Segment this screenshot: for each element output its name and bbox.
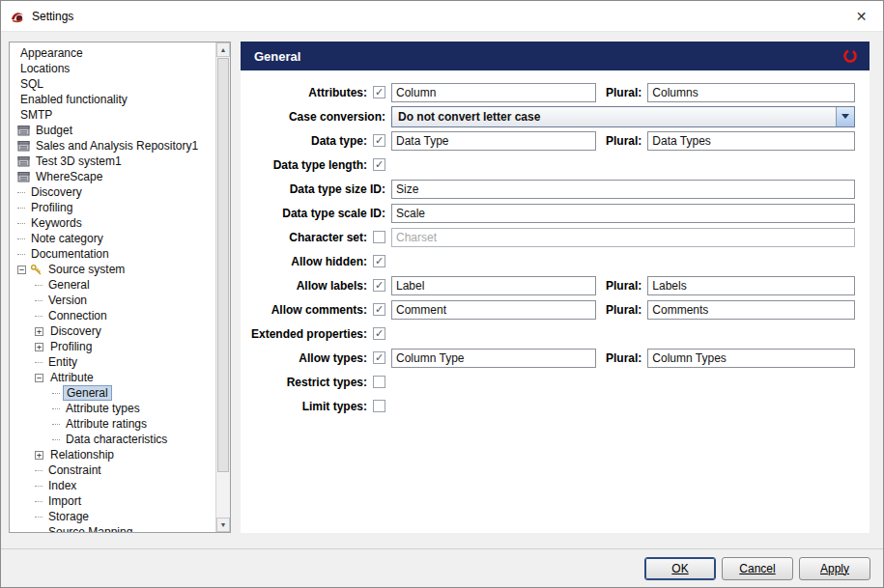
red-ring-icon <box>842 48 858 64</box>
data-type-plural-input[interactable] <box>647 131 855 151</box>
tree-item-label: SQL <box>17 76 46 92</box>
tree-item-smtp[interactable]: SMTP <box>10 107 215 123</box>
tree-connector <box>17 223 25 224</box>
tree-item-sql[interactable]: SQL <box>10 76 215 92</box>
tree-item-label: Test 3D system1 <box>33 154 125 169</box>
tree-item-general[interactable]: General <box>10 277 215 293</box>
content-panel: General Attributes:Plural:Case conversio… <box>241 42 870 533</box>
tree-item-label: Appearance <box>17 45 86 61</box>
expand-toggle-icon[interactable]: + <box>35 343 43 351</box>
limit-types-checkbox[interactable] <box>373 400 385 412</box>
allow-comments-input[interactable] <box>391 300 596 320</box>
expand-toggle-icon[interactable]: + <box>35 327 43 336</box>
data-type-checkbox[interactable] <box>373 134 385 147</box>
tree-connector <box>35 362 43 363</box>
scroll-up-icon[interactable]: ▲ <box>216 42 230 57</box>
tree-item-source-mapping[interactable]: Source Mapping <box>10 524 215 532</box>
tree-item-import[interactable]: Import <box>10 493 215 509</box>
tree-item-general[interactable]: General <box>10 385 215 401</box>
data-type-length-checkbox[interactable] <box>373 158 385 171</box>
tree-item-enabled-functionality[interactable]: Enabled functionality <box>10 92 215 107</box>
settings-tree: AppearanceLocationsSQLEnabled functional… <box>10 42 215 532</box>
tree-item-connection[interactable]: Connection <box>10 308 215 323</box>
tree-connector <box>17 192 25 193</box>
chevron-down-icon[interactable] <box>836 107 854 126</box>
tree-item-attribute-ratings[interactable]: Attribute ratings <box>10 416 215 432</box>
tree-item-label: Discovery <box>47 323 104 339</box>
tree-item-sales-and-analysis-repository1[interactable]: Sales and Analysis Repository1 <box>10 138 215 154</box>
tree-item-entity[interactable]: Entity <box>10 354 215 370</box>
tree-item-label: Source Mapping <box>45 524 135 532</box>
dialog-body: AppearanceLocationsSQLEnabled functional… <box>1 32 883 548</box>
tree-item-storage[interactable]: Storage <box>10 509 215 524</box>
scroll-thumb[interactable] <box>217 58 229 472</box>
field-label: Allow hidden: <box>291 255 367 268</box>
field-label: Allow labels: <box>297 279 367 293</box>
apply-button[interactable]: Apply <box>799 557 870 580</box>
tree-item-test-3d-system1[interactable]: Test 3D system1 <box>10 154 215 169</box>
data-type-scale-id-input[interactable] <box>391 204 855 223</box>
allow-hidden-checkbox[interactable] <box>373 255 385 267</box>
field-label: Data type size ID: <box>290 182 385 196</box>
attributes-plural-input[interactable] <box>647 83 855 102</box>
allow-comments-checkbox[interactable] <box>373 303 385 316</box>
scroll-down-icon[interactable]: ▼ <box>216 518 230 532</box>
tree-item-version[interactable]: Version <box>10 293 215 308</box>
character-set-checkbox[interactable] <box>373 231 385 243</box>
tree-item-data-characteristics[interactable]: Data characteristics <box>10 432 215 447</box>
field-label: Character set: <box>289 231 367 244</box>
extended-properties-checkbox[interactable] <box>373 327 385 340</box>
plural-label: Plural: <box>606 279 642 293</box>
repository-icon <box>17 140 30 152</box>
field-label: Data type scale ID: <box>282 207 385 220</box>
tree-item-label: SMTP <box>17 107 55 123</box>
tree-item-appearance[interactable]: Appearance <box>10 45 215 61</box>
collapse-toggle-icon[interactable]: − <box>17 266 26 274</box>
form-row-allow-comments: Allow comments:Plural: <box>241 297 870 322</box>
allow-labels-checkbox[interactable] <box>373 279 385 292</box>
tree-item-locations[interactable]: Locations <box>10 61 215 76</box>
allow-types-plural-input[interactable] <box>647 349 855 368</box>
data-type-input[interactable] <box>391 131 596 151</box>
allow-comments-plural-input[interactable] <box>647 300 855 320</box>
ok-button[interactable]: OK <box>644 557 716 580</box>
restrict-types-checkbox[interactable] <box>373 376 385 388</box>
tree-item-attribute[interactable]: −Attribute <box>10 370 215 385</box>
tree-item-attribute-types[interactable]: Attribute types <box>10 401 215 416</box>
form-row-case-conversion: Case conversion:Do not convert letter ca… <box>241 104 870 128</box>
collapse-toggle-icon[interactable]: − <box>35 374 43 382</box>
section-header: General <box>241 42 870 70</box>
allow-types-checkbox[interactable] <box>373 351 385 364</box>
tree-item-constraint[interactable]: Constraint <box>10 462 215 478</box>
combo-selected-value: Do not convert letter case <box>392 110 836 124</box>
tree-item-keywords[interactable]: Keywords <box>10 215 215 231</box>
form-row-limit-types: Limit types: <box>241 394 870 418</box>
tree-item-profiling[interactable]: +Profiling <box>10 339 215 354</box>
allow-labels-input[interactable] <box>391 276 596 295</box>
cancel-button[interactable]: Cancel <box>722 557 793 580</box>
expand-toggle-icon[interactable]: + <box>35 451 43 460</box>
tree-item-relationship[interactable]: +Relationship <box>10 447 215 462</box>
attributes-input[interactable] <box>391 83 596 102</box>
allow-types-input[interactable] <box>391 349 596 368</box>
tree-scrollbar[interactable]: ▲ ▼ <box>215 42 230 532</box>
attributes-checkbox[interactable] <box>373 86 385 98</box>
tree-item-note-category[interactable]: Note category <box>10 231 215 246</box>
tree-item-index[interactable]: Index <box>10 478 215 493</box>
tree-item-source-system[interactable]: −Source system <box>10 262 215 277</box>
tree-item-discovery[interactable]: Discovery <box>10 184 215 200</box>
titlebar: Settings ✕ <box>1 1 883 32</box>
form-row-allow-types: Allow types:Plural: <box>241 346 870 370</box>
tree-item-profiling[interactable]: Profiling <box>10 200 215 215</box>
case-conversion-select[interactable]: Do not convert letter case <box>391 106 855 127</box>
allow-labels-plural-input[interactable] <box>647 276 855 295</box>
scroll-track[interactable] <box>216 57 230 518</box>
character-set-input[interactable] <box>391 228 855 247</box>
close-icon[interactable]: ✕ <box>840 1 883 32</box>
tree-item-documentation[interactable]: Documentation <box>10 246 215 262</box>
tree-item-budget[interactable]: Budget <box>10 123 215 138</box>
data-type-size-id-input[interactable] <box>391 180 855 199</box>
tree-item-discovery[interactable]: +Discovery <box>10 323 215 339</box>
tree-item-wherescape[interactable]: WhereScape <box>10 169 215 184</box>
tree-connector <box>52 424 60 425</box>
